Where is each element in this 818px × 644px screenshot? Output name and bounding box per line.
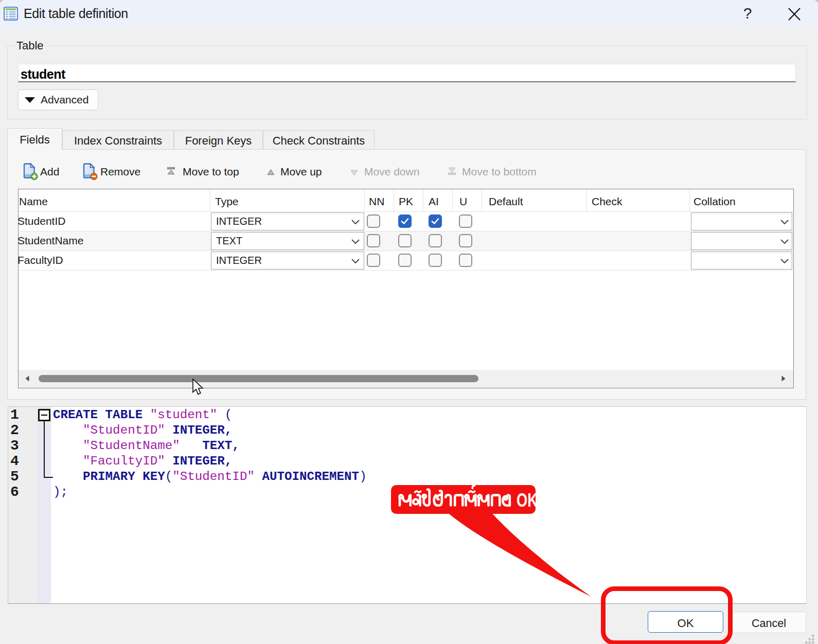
svg-text:OK: OK bbox=[517, 490, 538, 511]
